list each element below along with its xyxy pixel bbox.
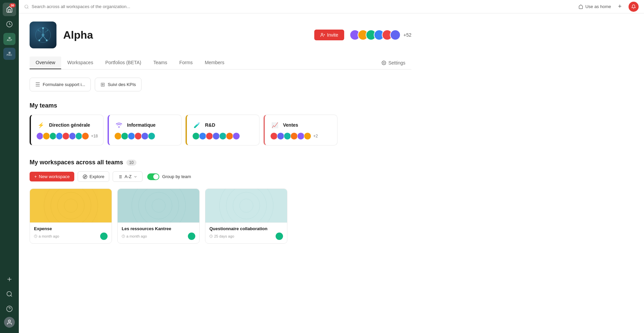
- workspace-card-meta-questionnaire: 25 days ago: [209, 233, 283, 240]
- team-informatique-name: Informatique: [127, 122, 156, 128]
- quick-link-formulaire-label: Formulaire support i...: [43, 82, 85, 87]
- workspace-card-footer-questionnaire: Questionnaire collaboration 25 days ago: [205, 222, 287, 243]
- sidebar-icon-help[interactable]: [3, 302, 16, 316]
- workspace-card-questionnaire[interactable]: Questionnaire collaboration 25 days ago: [205, 189, 287, 244]
- team-member-dot: [43, 132, 50, 140]
- team-member-dot: [270, 132, 278, 140]
- svg-line-12: [40, 36, 43, 40]
- workspaces-count: 10: [126, 160, 136, 166]
- sort-button[interactable]: A-Z: [113, 171, 143, 182]
- tab-portfolios[interactable]: Portfolios (BETA): [99, 56, 147, 69]
- member-avatar-6: [390, 30, 401, 40]
- workspace-card-ressources[interactable]: Les ressources Kantree a month ago: [117, 189, 200, 244]
- use-as-home-label: Use as home: [585, 4, 611, 9]
- team-card-rnd[interactable]: 🧪 R&D: [186, 115, 259, 145]
- workspace-pattern-expense: [30, 189, 112, 222]
- settings-icon: [381, 60, 386, 65]
- user-plus-icon: [320, 33, 325, 37]
- svg-point-16: [39, 40, 40, 41]
- svg-point-42: [145, 192, 172, 219]
- svg-point-22: [321, 33, 323, 35]
- search-bar: [24, 4, 578, 9]
- svg-point-20: [38, 30, 39, 31]
- svg-point-46: [226, 189, 267, 222]
- team-direction-header: ⚡ Direction générale: [36, 120, 98, 130]
- search-input[interactable]: [32, 4, 578, 9]
- org-actions: Invite +52: [314, 30, 411, 40]
- use-as-home-button[interactable]: Use as home: [578, 4, 611, 9]
- explore-button[interactable]: Explore: [78, 171, 109, 182]
- member-count: +52: [403, 32, 411, 38]
- sidebar-add-workspace[interactable]: [3, 273, 16, 286]
- tab-forms[interactable]: Forms: [173, 56, 199, 69]
- tab-workspaces[interactable]: Workspaces: [61, 56, 99, 69]
- compass-icon: [83, 174, 87, 179]
- svg-point-45: [219, 189, 273, 222]
- search-icon: [24, 4, 29, 9]
- notification-badge: 30: [9, 3, 15, 7]
- sidebar-workspace-pac[interactable]: ▦ PAC: [3, 47, 16, 60]
- org-header: Alpha Invite: [30, 22, 411, 48]
- tab-overview[interactable]: Overview: [30, 56, 61, 69]
- sidebar: 30 ▦ ALP ▦ PAC: [0, 0, 19, 333]
- topbar-add-button[interactable]: +: [615, 2, 625, 11]
- team-card-ventes[interactable]: 📈 Ventes +2: [264, 115, 337, 145]
- svg-point-27: [83, 175, 87, 179]
- tabs-bar: Overview Workspaces Portfolios (BETA) Te…: [30, 56, 411, 70]
- workspace-card-bg-ressources: [118, 189, 199, 222]
- workspace-card-avatar-questionnaire: [276, 233, 283, 240]
- team-rnd-icon: 🧪: [192, 120, 202, 130]
- team-member-dot: [233, 132, 240, 140]
- toggle-switch[interactable]: [147, 173, 159, 180]
- org-identity: Alpha: [30, 22, 93, 48]
- team-direction-members: +18: [36, 132, 98, 140]
- home-icon: [578, 4, 583, 9]
- team-informatique-members: [114, 132, 176, 140]
- tab-teams[interactable]: Teams: [147, 56, 173, 69]
- workspace-card-time-ressources: a month ago: [122, 234, 147, 238]
- team-member-dot: [141, 132, 149, 140]
- invite-button[interactable]: Invite: [314, 30, 344, 40]
- org-logo: [30, 22, 56, 48]
- explore-label: Explore: [89, 174, 104, 179]
- clock-icon: [34, 235, 37, 238]
- svg-marker-28: [84, 176, 86, 177]
- team-direction-name: Direction générale: [49, 122, 90, 128]
- sort-label: A-Z: [124, 174, 131, 179]
- svg-point-21: [47, 30, 48, 31]
- tab-members[interactable]: Members: [199, 56, 230, 69]
- workspace-card-meta-expense: a month ago: [34, 233, 108, 240]
- team-member-dot: [199, 132, 206, 140]
- team-informatique-header: Informatique: [114, 120, 176, 130]
- sidebar-icon-search[interactable]: [3, 287, 16, 301]
- team-member-dot: [148, 132, 155, 140]
- team-member-dot: [284, 132, 291, 140]
- invite-label: Invite: [327, 32, 338, 38]
- new-workspace-button[interactable]: + New workspace: [30, 172, 74, 181]
- member-avatars: +52: [350, 30, 411, 40]
- group-by-team-toggle[interactable]: Group by team: [147, 173, 191, 180]
- quick-link-suivi-label: Suivi des KPIs: [108, 82, 136, 87]
- workspace-card-time-expense: a month ago: [34, 234, 59, 238]
- quick-link-formulaire[interactable]: ☰ Formulaire support i...: [30, 78, 91, 91]
- team-member-dot: [56, 132, 63, 140]
- sidebar-icon-clock[interactable]: [3, 17, 16, 31]
- team-card-informatique[interactable]: Informatique: [108, 115, 182, 145]
- team-card-direction[interactable]: ⚡ Direction générale +18: [30, 115, 104, 145]
- toggle-knob: [153, 174, 159, 179]
- workspaces-title: My workspaces across all teams: [30, 159, 123, 166]
- team-member-dot: [290, 132, 298, 140]
- settings-tab[interactable]: Settings: [375, 57, 411, 69]
- team-member-dot: [134, 132, 142, 140]
- workspace-card-expense[interactable]: Expense a month ago: [30, 189, 112, 244]
- quick-link-suivi[interactable]: ⊞ Suivi des KPIs: [95, 78, 142, 91]
- sidebar-icon-home[interactable]: 30: [3, 3, 16, 16]
- sidebar-workspace-alp[interactable]: ▦ ALP: [3, 32, 16, 46]
- sidebar-user-avatar[interactable]: [4, 317, 15, 328]
- suivi-icon: ⊞: [100, 81, 105, 88]
- team-member-dot: [297, 132, 305, 140]
- team-member-dot: [304, 132, 311, 140]
- svg-point-25: [384, 62, 385, 64]
- topbar-notification-button[interactable]: [629, 2, 639, 12]
- team-ventes-name: Ventes: [283, 122, 298, 128]
